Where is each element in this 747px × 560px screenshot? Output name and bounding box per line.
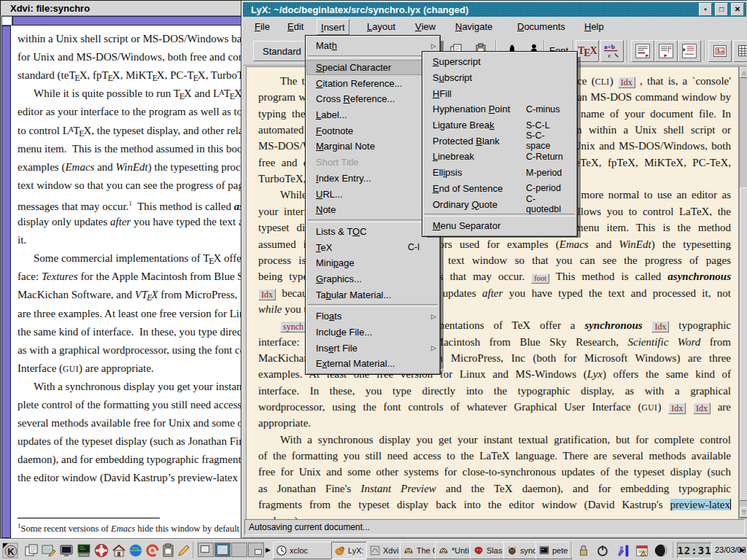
inset-button[interactable]: Idx [618,77,635,88]
toolbar-table-icon[interactable] [733,40,747,62]
menubar-view[interactable]: View [411,19,439,34]
lyx-titlebar[interactable]: LyX: ~/doc/beginlatex/src/synchro.lyx (c… [243,2,746,17]
close-button[interactable]: ✕ [731,3,744,16]
menu-item-tabular-material[interactable]: Tabular Material... [306,287,439,303]
menubar-navigate[interactable]: Navigate [452,19,496,34]
menu-item-hfill[interactable]: HFill [423,85,576,101]
clock-icon [276,545,287,556]
menu-item-insert-file[interactable]: Insert File▷ [306,340,439,356]
inset-button[interactable]: foot [531,273,549,284]
menu-item-url[interactable]: URL... [306,186,439,202]
pager-desktop-1[interactable] [198,542,214,557]
toolbar-footnote-icon[interactable] [631,40,654,62]
minimize-button[interactable]: ▪ [699,3,712,16]
launcher-terminal-icon[interactable] [58,542,75,559]
menu-item-special-character[interactable]: Special Character▷ [306,60,439,76]
inset-button[interactable]: Idx [651,321,669,332]
menubar-file[interactable]: File [251,19,274,34]
menubar-help[interactable]: Help [581,19,608,34]
task-unti[interactable]: *Unti [435,542,474,559]
launcher-console-icon[interactable] [75,542,93,559]
toolbar-figure-icon[interactable] [708,40,732,62]
inset-button[interactable]: Idx [258,289,276,300]
maximize-button[interactable]: □ [715,3,728,16]
math-icon: a+bc [602,42,622,60]
task-lyx[interactable]: LyX: [331,542,371,559]
menu-item-citation-reference[interactable]: Citation Reference... [306,75,439,91]
tray-moon-icon[interactable] [652,542,670,559]
taskbar-scroll-arrow[interactable]: ▶ [266,546,271,553]
launcher-mail-icon[interactable] [144,542,161,559]
task-the-g[interactable]: The G [400,542,439,559]
xdvi-horizontal-scrollbar[interactable] [12,16,253,26]
panel-handle[interactable] [191,542,195,558]
menu-item-lists-toc[interactable]: Lists & TOC▷ [306,224,439,240]
menu-item-graphics[interactable]: Graphics... [306,271,439,287]
menu-item-marginal-note[interactable]: Marginal Note [306,139,439,155]
menu-item-external-material[interactable]: External Material... [306,356,439,372]
panel-hide-arrow[interactable]: ▶ [740,546,745,553]
menu-item-note[interactable]: Note [306,202,439,218]
menu-item-footnote[interactable]: Footnote [306,122,439,139]
menubar-edit[interactable]: Edit [284,19,307,34]
menu-item-floats[interactable]: Floats▷ [306,308,439,324]
menu-item-minipage[interactable]: Minipage [306,255,439,271]
panel-handle[interactable] [671,542,675,558]
menu-item-subscript[interactable]: Subscript [423,70,576,86]
menu-item-ellipsis[interactable]: EllipsisM-period [423,165,576,181]
menu-item-hyphenation-point[interactable]: Hyphenation PointC-minus [423,101,576,117]
pager-desktop-4[interactable] [248,542,264,557]
menubar-insert[interactable]: Insert [317,19,349,35]
inset-button[interactable]: Idx [668,402,686,414]
toolbar-margin-icon[interactable] [654,40,678,62]
scroll-down-button[interactable]: ▽ [740,507,747,518]
panel-handle[interactable] [569,542,573,558]
tray-klipper-icon[interactable] [614,542,632,559]
menu-item-math[interactable]: Math▷ [306,38,439,54]
pager-desktop-2[interactable] [214,542,231,557]
menu-item-superscript[interactable]: Superscript [423,54,576,70]
menu-item-label: End of Sentence [433,183,526,194]
inset-button[interactable]: synch [280,321,306,332]
document-scrollbar[interactable]: △ ▽ [739,66,747,518]
menu-item-tex[interactable]: TeXC-l [306,239,439,255]
tray-organizer-icon[interactable] [633,542,651,559]
menu-item-short-title[interactable]: Short Title [306,155,439,171]
toolbar-depth-icon[interactable] [678,40,701,62]
tray-power-icon[interactable] [594,542,611,559]
scrollbar-thumb[interactable] [740,187,747,501]
launcher-k-menu-icon[interactable]: K [1,542,19,559]
menubar-documents[interactable]: Documents [514,19,569,34]
launcher-desktop-icon[interactable] [40,542,58,559]
menu-item-protected-blank[interactable]: Protected BlankS-C-space [423,133,576,149]
task-sync[interactable]: sync [503,542,540,559]
lyx-icon [334,545,346,556]
menu-item-include-file[interactable]: Include File... [306,324,439,341]
launcher-help-icon[interactable] [93,542,110,559]
menu-item-label: Superscript [433,56,526,67]
klipper-icon [616,543,630,558]
inset-button[interactable]: Idx [693,402,711,414]
menu-item-linebreak[interactable]: LinebreakC-Return [423,149,576,165]
launcher-globe-icon[interactable] [127,542,144,559]
menubar-layout[interactable]: Layout [363,19,399,34]
menu-item-ordinary-quote[interactable]: Ordinary QuoteC-quotedbl [423,196,576,212]
task-pete[interactable]: pete◀ [535,542,572,559]
launcher-home-icon[interactable] [110,542,128,559]
tray-lock-icon[interactable] [575,542,592,559]
task-xdvi[interactable]: Xdvi [366,542,404,559]
launcher-window-list-icon[interactable] [23,542,40,559]
xdvi-titlebar[interactable]: Xdvi: file:synchro [1,1,253,16]
menu-item-menu-separator[interactable]: Menu Separator [423,218,576,234]
menu-item-index-entry[interactable]: Index Entry... [306,171,439,187]
pager-desktop-3[interactable] [231,542,247,557]
scroll-up-button[interactable]: △ [740,67,747,78]
menu-item-label[interactable]: Label... [306,107,439,123]
digital-clock[interactable]: 12:31 [677,542,712,559]
toolbar-math-icon[interactable]: a+bc [600,40,624,62]
xdvi-vertical-scrollbar[interactable] [1,26,11,538]
task-xcloc[interactable]: xcloc [273,542,336,559]
task-slas[interactable]: Slas [470,542,508,559]
menu-item-cross-reference[interactable]: Cross Reference... [306,91,439,107]
launcher-editor-icon[interactable] [175,542,193,559]
